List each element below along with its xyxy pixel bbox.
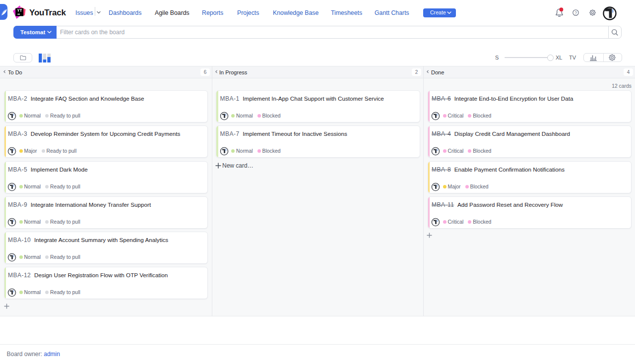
svg-text:?: ? bbox=[574, 10, 577, 15]
